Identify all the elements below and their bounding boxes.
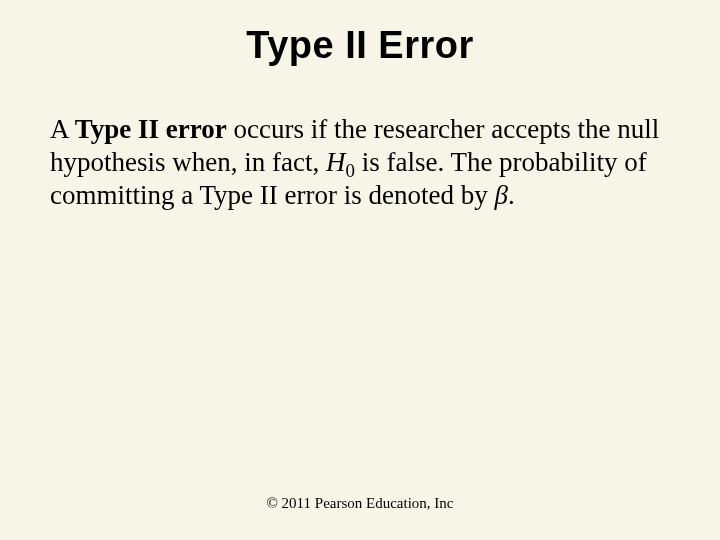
h-symbol: H: [326, 147, 346, 177]
slide-title: Type II Error: [0, 0, 720, 67]
body-text-1: A: [50, 114, 75, 144]
slide-body: A Type II error occurs if the researcher…: [0, 67, 720, 212]
beta-symbol: β: [495, 180, 508, 210]
h-subscript: 0: [345, 160, 354, 181]
body-text-4: .: [508, 180, 515, 210]
copyright-footer: © 2011 Pearson Education, Inc: [0, 495, 720, 512]
body-bold-term: Type II error: [75, 114, 227, 144]
slide: Type II Error A Type II error occurs if …: [0, 0, 720, 540]
